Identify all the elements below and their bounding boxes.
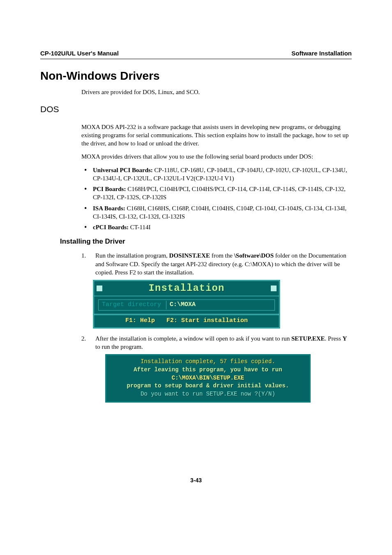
list-item-head: PCI Boards: — [93, 186, 126, 192]
dos-installer-window: Installation Target directory C:\MOXA F1… — [93, 280, 280, 329]
field-label: Target directory — [102, 301, 161, 309]
section-title: Non-Windows Drivers — [40, 68, 352, 84]
dos-footer: F1: Help F2: Start installation — [94, 314, 279, 327]
window-control-icon — [271, 286, 277, 291]
list-item-head: ISA Boards: — [93, 205, 125, 212]
header-right: Software Installation — [291, 49, 352, 58]
intro-paragraph: Drivers are provided for DOS, Linux, and… — [81, 88, 352, 96]
msg-line: program to setup board & driver initial … — [109, 382, 307, 390]
f1-help-label: F1: Help — [125, 317, 155, 325]
list-item-head: cPCI Boards: — [93, 224, 129, 230]
step-bold: SETUP.EXE — [291, 335, 325, 342]
header-left: CP-102U/UL User's Manual — [40, 49, 119, 58]
install-driver-heading: Installing the Driver — [60, 237, 352, 246]
step-number: 1. — [81, 251, 86, 260]
list-item: cPCI Boards: CT-114I — [81, 223, 352, 231]
list-item-head: Universal PCI Boards: — [93, 167, 153, 173]
dos-message-window: Installation complete, 57 files copied. … — [105, 354, 311, 403]
list-item: PCI Boards: C168H/PCI, C104H/PCI, C104HS… — [81, 185, 352, 202]
step-bold: \Software\DOS — [234, 252, 274, 259]
list-item-rest: C168H, C168HS, C168P, C104H, C104HS, C10… — [93, 205, 346, 220]
msg-line: C:\MOXA\BIN\SETUP.EXE — [109, 374, 307, 382]
page-number: 3-43 — [40, 477, 352, 484]
step-text: from the — [210, 252, 234, 259]
step-1: 1. Run the installation program, DOSINST… — [81, 251, 352, 329]
dos-paragraph-2: MOXA provides drivers that allow you to … — [81, 152, 352, 161]
target-directory-field: Target directory C:\MOXA — [98, 299, 275, 310]
dos-heading: DOS — [40, 104, 352, 115]
dos-paragraph-1: MOXA DOS API-232 is a software package t… — [81, 123, 352, 148]
step-bold: DOSINST.EXE — [169, 252, 210, 259]
step-number: 2. — [81, 334, 86, 343]
msg-line: After leaving this program, you have to … — [109, 366, 307, 374]
page-header: CP-102U/UL User's Manual Software Instal… — [40, 49, 352, 59]
list-item: ISA Boards: C168H, C168HS, C168P, C104H,… — [81, 204, 352, 221]
dos-titlebar: Installation — [94, 281, 279, 296]
dos-window-title: Installation — [149, 282, 225, 295]
list-item: Universal PCI Boards: CP-118U, CP-168U, … — [81, 166, 352, 183]
step-2: 2. After the installation is complete, a… — [81, 334, 352, 403]
step-text: After the installation is complete, a wi… — [95, 335, 291, 342]
field-value: C:\MOXA — [166, 301, 271, 309]
board-list: Universal PCI Boards: CP-118U, CP-168U, … — [81, 166, 352, 232]
step-text: to run the program. — [95, 343, 143, 350]
step-text: . Press — [325, 335, 343, 342]
msg-line: Installation complete, 57 files copied. — [109, 358, 307, 366]
window-control-icon — [97, 286, 102, 291]
step-bold: Y — [342, 335, 347, 342]
list-item-rest: C168H/PCI, C104H/PCI, C104HS/PCI, CP-114… — [93, 186, 346, 200]
list-item-rest: CT-114I — [129, 224, 150, 230]
f2-start-label: F2: Start installation — [166, 317, 248, 325]
step-text: Run the installation program, — [95, 252, 169, 259]
msg-line: Do you want to run SETUP.EXE now ?(Y/N) — [109, 390, 307, 398]
install-steps: 1. Run the installation program, DOSINST… — [81, 251, 352, 403]
